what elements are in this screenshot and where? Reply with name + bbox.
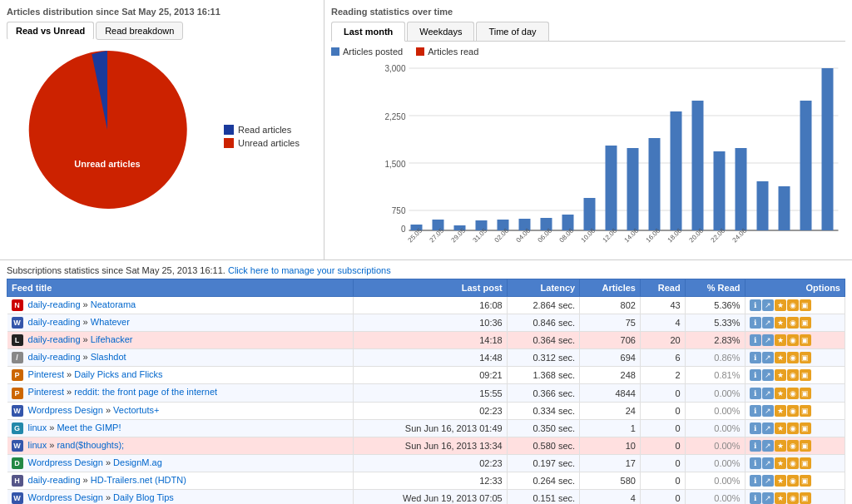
option-star-icon[interactable]: ★ <box>775 352 786 363</box>
option-rss-icon[interactable]: ◉ <box>787 299 799 311</box>
option-ext-icon[interactable]: ↗ <box>762 369 774 381</box>
pie-chart: Unread articles <box>24 47 207 230</box>
option-img-icon[interactable]: ▣ <box>800 405 811 417</box>
feed-category-link[interactable]: daily-reading <box>28 334 81 344</box>
manage-subscriptions-link[interactable]: Click here to manage your subscriptions <box>228 265 391 275</box>
option-img-icon[interactable]: ▣ <box>800 457 811 469</box>
feed-title-link[interactable]: rand($thoughts); <box>57 440 124 450</box>
option-info-icon[interactable]: ℹ <box>750 457 761 469</box>
option-rss-icon[interactable]: ◉ <box>787 440 799 452</box>
option-info-icon[interactable]: ℹ <box>750 492 761 504</box>
option-img-icon[interactable]: ▣ <box>800 317 811 329</box>
option-rss-icon[interactable]: ◉ <box>787 388 799 399</box>
option-ext-icon[interactable]: ↗ <box>762 405 774 417</box>
tab-weekdays[interactable]: Weekdays <box>407 22 474 41</box>
option-star-icon[interactable]: ★ <box>775 299 786 311</box>
option-star-icon[interactable]: ★ <box>775 492 786 504</box>
feed-category-link[interactable]: Wordpress Design <box>28 405 103 415</box>
option-img-icon[interactable]: ▣ <box>800 440 811 452</box>
legend-read-color <box>416 47 424 56</box>
svg-text:3,000: 3,000 <box>384 64 405 73</box>
option-img-icon[interactable]: ▣ <box>800 334 811 346</box>
option-img-icon[interactable]: ▣ <box>800 369 811 381</box>
cell-options: ℹ ↗ ★ ◉ ▣ <box>745 384 845 402</box>
feed-category-link[interactable]: Wordpress Design <box>28 457 103 467</box>
option-rss-icon[interactable]: ◉ <box>787 369 799 381</box>
option-ext-icon[interactable]: ↗ <box>762 457 774 469</box>
feed-title-link[interactable]: Daily Blog Tips <box>113 492 174 502</box>
feed-category-link[interactable]: daily-reading <box>28 317 81 327</box>
option-ext-icon[interactable]: ↗ <box>762 440 774 452</box>
feed-category-link[interactable]: daily-reading <box>28 475 81 485</box>
option-info-icon[interactable]: ℹ <box>750 369 761 381</box>
cell-options: ℹ ↗ ★ ◉ ▣ <box>745 419 845 437</box>
option-star-icon[interactable]: ★ <box>775 388 786 399</box>
cell-pct-read: 0.00% <box>685 437 745 454</box>
option-star-icon[interactable]: ★ <box>775 405 786 417</box>
feed-title-link[interactable]: Lifehacker <box>91 334 133 344</box>
tab-time-of-day[interactable]: Time of day <box>476 22 548 41</box>
option-rss-icon[interactable]: ◉ <box>787 317 799 329</box>
option-star-icon[interactable]: ★ <box>775 457 786 469</box>
option-ext-icon[interactable]: ↗ <box>762 492 774 504</box>
option-rss-icon[interactable]: ◉ <box>787 352 799 363</box>
option-info-icon[interactable]: ℹ <box>750 299 761 311</box>
option-img-icon[interactable]: ▣ <box>800 299 811 311</box>
option-star-icon[interactable]: ★ <box>775 475 786 487</box>
option-ext-icon[interactable]: ↗ <box>762 334 774 346</box>
option-star-icon[interactable]: ★ <box>775 369 786 381</box>
cell-latency: 0.151 sec. <box>507 490 580 504</box>
cell-latency: 0.350 sec. <box>507 419 580 437</box>
feed-title-link[interactable]: Meet the GIMP! <box>57 422 121 432</box>
feed-title-link[interactable]: HD-Trailers.net (HDTN) <box>91 475 186 485</box>
option-ext-icon[interactable]: ↗ <box>762 317 774 329</box>
option-ext-icon[interactable]: ↗ <box>762 352 774 363</box>
feed-category-link[interactable]: daily-reading <box>28 299 81 309</box>
option-rss-icon[interactable]: ◉ <box>787 492 799 504</box>
option-img-icon[interactable]: ▣ <box>800 475 811 487</box>
option-rss-icon[interactable]: ◉ <box>787 405 799 417</box>
option-star-icon[interactable]: ★ <box>775 334 786 346</box>
option-info-icon[interactable]: ℹ <box>750 475 761 487</box>
option-ext-icon[interactable]: ↗ <box>762 422 774 434</box>
option-info-icon[interactable]: ℹ <box>750 317 761 329</box>
tab-read-vs-unread[interactable]: Read vs Unread <box>7 22 94 40</box>
option-img-icon[interactable]: ▣ <box>800 492 811 504</box>
option-info-icon[interactable]: ℹ <box>750 352 761 363</box>
cell-options: ℹ ↗ ★ ◉ ▣ <box>745 402 845 419</box>
option-rss-icon[interactable]: ◉ <box>787 422 799 434</box>
cell-read: 6 <box>640 349 685 367</box>
feed-title-link[interactable]: DesignM.ag <box>113 457 162 467</box>
feed-title-link[interactable]: Neatorama <box>91 299 136 309</box>
feed-category-link[interactable]: daily-reading <box>28 352 81 362</box>
feed-title-link[interactable]: reddit: the front page of the internet <box>74 387 217 397</box>
option-rss-icon[interactable]: ◉ <box>787 457 799 469</box>
feed-category-link[interactable]: Pinterest <box>28 387 64 397</box>
option-info-icon[interactable]: ℹ <box>750 388 761 399</box>
tab-read-breakdown[interactable]: Read breakdown <box>96 22 183 40</box>
feed-title-link[interactable]: Whatever <box>91 317 130 327</box>
option-star-icon[interactable]: ★ <box>775 440 786 452</box>
option-img-icon[interactable]: ▣ <box>800 388 811 399</box>
feed-category-link[interactable]: Wordpress Design <box>28 492 103 502</box>
option-info-icon[interactable]: ℹ <box>750 440 761 452</box>
option-info-icon[interactable]: ℹ <box>750 334 761 346</box>
option-ext-icon[interactable]: ↗ <box>762 299 774 311</box>
feed-title-link[interactable]: Slashdot <box>91 352 126 362</box>
option-img-icon[interactable]: ▣ <box>800 422 811 434</box>
option-ext-icon[interactable]: ↗ <box>762 388 774 399</box>
option-star-icon[interactable]: ★ <box>775 422 786 434</box>
option-rss-icon[interactable]: ◉ <box>787 475 799 487</box>
option-info-icon[interactable]: ℹ <box>750 405 761 417</box>
tab-last-month[interactable]: Last month <box>331 22 405 42</box>
option-img-icon[interactable]: ▣ <box>800 352 811 363</box>
option-info-icon[interactable]: ℹ <box>750 422 761 434</box>
option-rss-icon[interactable]: ◉ <box>787 334 799 346</box>
feed-title-link[interactable]: Vectortuts+ <box>113 405 159 415</box>
feed-category-link[interactable]: Pinterest <box>28 369 64 379</box>
feed-category-link[interactable]: linux <box>28 422 47 432</box>
option-star-icon[interactable]: ★ <box>775 317 786 329</box>
feed-title-link[interactable]: Daily Picks and Flicks <box>74 369 162 379</box>
option-ext-icon[interactable]: ↗ <box>762 475 774 487</box>
feed-category-link[interactable]: linux <box>28 440 47 450</box>
